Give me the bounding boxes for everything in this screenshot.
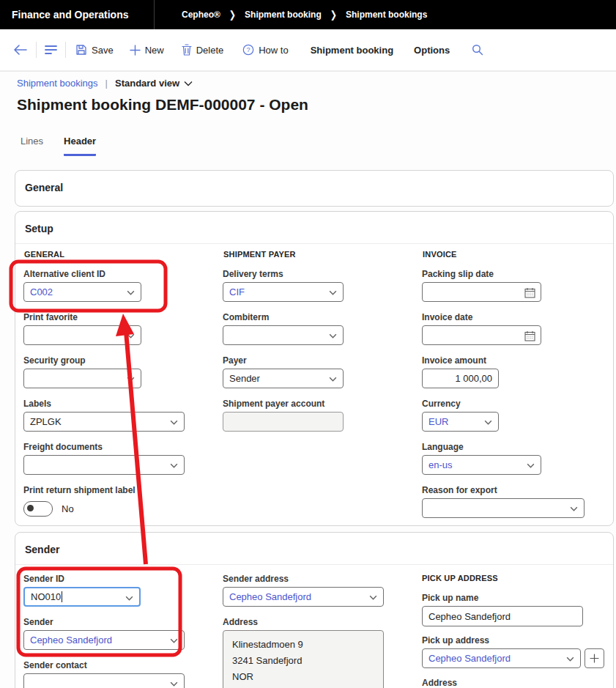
shipment-payer-account-field: Shipment payer account (223, 399, 344, 432)
add-pick-up-address-button[interactable] (585, 648, 604, 668)
combiterm-dropdown[interactable] (223, 325, 344, 345)
breadcrumb-shipment-bookings-link[interactable]: Shipment bookings (17, 78, 98, 89)
print-return-shipment-label-toggle[interactable] (23, 501, 53, 517)
menu-tab-shipment-booking[interactable]: Shipment booking (311, 45, 393, 56)
packing-slip-date-label: Packing slip date (422, 269, 541, 282)
packing-slip-date-input[interactable] (422, 282, 541, 302)
breadcrumb-page[interactable]: Shipment bookings (346, 10, 427, 20)
language-field[interactable]: Language en-us (422, 442, 541, 475)
chevron-down-icon (328, 288, 338, 297)
pick-up-name-field[interactable]: Pick up name Cepheo Sandefjord (422, 593, 583, 626)
plus-icon (130, 45, 141, 56)
group-heading-shipment-payer: SHIPMENT PAYER (223, 250, 296, 259)
delivery-terms-dropdown[interactable]: CIF (223, 282, 344, 302)
how-to-button[interactable]: ? How to (242, 44, 288, 56)
sender-contact-field[interactable]: Sender contact (23, 660, 185, 688)
pivot-tabs: Lines Header (21, 136, 96, 156)
breadcrumb-module[interactable]: Shipment booking (245, 10, 322, 20)
labels-dropdown[interactable]: ZPLGK (23, 412, 185, 432)
section-general-header[interactable]: General (15, 171, 613, 202)
new-button[interactable]: New (130, 45, 164, 56)
sender-address-dropdown[interactable]: Cepheo Sandefjord (223, 587, 384, 607)
print-favorite-dropdown[interactable] (23, 325, 141, 345)
chevron-down-icon (569, 504, 579, 514)
sender-address-field[interactable]: Sender address Cepheo Sandefjord (223, 574, 384, 607)
sender-address-label: Sender address (223, 574, 384, 587)
invoice-amount-field[interactable]: Invoice amount 1 000,00 (422, 355, 499, 388)
language-dropdown[interactable]: en-us (422, 455, 541, 475)
freight-documents-dropdown[interactable] (23, 455, 185, 475)
combiterm-field[interactable]: Combiterm (223, 312, 344, 345)
address-field: Address Klinestadmoen 9 3241 Sandefjord … (223, 617, 384, 688)
print-favorite-field[interactable]: Print favorite (23, 312, 141, 345)
pick-up-address-dropdown[interactable]: Cepheo Sandefjord (422, 648, 581, 668)
security-group-field[interactable]: Security group (23, 355, 141, 388)
pick-up-address-field[interactable]: Pick up address Cepheo Sandefjord (422, 635, 581, 668)
delivery-terms-label: Delivery terms (223, 269, 344, 282)
sender-id-dropdown[interactable]: NO010 (23, 587, 141, 607)
sender-id-field[interactable]: Sender ID NO010 (23, 574, 141, 607)
address-line: NOR (232, 669, 374, 685)
chevron-down-icon (368, 593, 378, 602)
currency-dropdown[interactable]: EUR (422, 412, 499, 432)
address-textarea: Klinestadmoen 9 3241 Sandefjord NOR (223, 630, 384, 688)
sender-field[interactable]: Sender Cepheo Sandefjord (23, 617, 185, 650)
menu-lines-icon (45, 45, 57, 55)
invoice-date-field[interactable]: Invoice date (422, 312, 541, 345)
labels-field[interactable]: Labels ZPLGK (23, 399, 185, 432)
breadcrumb-company[interactable]: Cepheo® (182, 10, 220, 20)
delete-label: Delete (196, 45, 224, 56)
language-label: Language (422, 442, 541, 455)
freight-documents-field[interactable]: Freight documents (23, 442, 185, 475)
tab-header[interactable]: Header (64, 136, 96, 156)
search-button[interactable] (472, 44, 483, 56)
tab-lines[interactable]: Lines (21, 136, 43, 156)
toolbar-divider (65, 42, 66, 58)
reason-for-export-dropdown[interactable] (422, 498, 585, 518)
payer-dropdown[interactable]: Sender (223, 369, 344, 388)
chevron-down-icon (169, 636, 179, 646)
chevron-down-icon (125, 593, 134, 603)
sender-contact-dropdown[interactable] (23, 673, 185, 688)
alternative-client-id-dropdown[interactable]: C002 (23, 282, 141, 302)
back-button[interactable] (13, 44, 28, 56)
sender-dropdown[interactable]: Cepheo Sandefjord (23, 630, 185, 650)
security-group-dropdown[interactable] (23, 369, 141, 388)
chevron-right-icon: ❯ (229, 9, 236, 21)
chevron-down-icon (169, 461, 179, 470)
alternative-client-id-field[interactable]: Alternative client ID C002 (23, 269, 141, 302)
calendar-icon (524, 287, 535, 298)
help-icon: ? (242, 44, 254, 56)
payer-field[interactable]: Payer Sender (223, 355, 344, 388)
svg-text:?: ? (247, 46, 251, 53)
invoice-date-input[interactable] (422, 325, 541, 345)
security-group-label: Security group (23, 355, 141, 369)
reason-for-export-field[interactable]: Reason for export (422, 485, 585, 518)
print-return-shipment-label-label: Print return shipment label (23, 485, 185, 498)
save-button[interactable]: Save (75, 44, 114, 56)
how-to-label: How to (259, 45, 288, 56)
pick-up-address-label: Pick up address (422, 635, 581, 648)
currency-field[interactable]: Currency EUR (422, 399, 499, 432)
chevron-right-icon: ❯ (330, 9, 337, 21)
app-bar-toggle-button[interactable] (45, 45, 57, 55)
sender-id-label: Sender ID (23, 574, 141, 587)
pick-up-name-input[interactable]: Cepheo Sandefjord (422, 606, 583, 626)
delivery-terms-field[interactable]: Delivery terms CIF (223, 269, 344, 302)
invoice-date-label: Invoice date (422, 312, 541, 325)
trash-icon (182, 44, 192, 56)
delete-button[interactable]: Delete (182, 44, 224, 56)
section-sender-header[interactable]: Sender (15, 533, 613, 565)
section-setup-header[interactable]: Setup (15, 212, 613, 244)
toolbar-divider (36, 42, 37, 58)
print-favorite-label: Print favorite (23, 312, 141, 325)
save-label: Save (92, 45, 114, 56)
invoice-amount-label: Invoice amount (422, 355, 499, 369)
view-selector[interactable]: Standard view (115, 78, 193, 89)
menu-tab-options[interactable]: Options (414, 45, 450, 56)
plus-icon (590, 654, 599, 663)
address-label: Address (223, 617, 384, 630)
packing-slip-date-field[interactable]: Packing slip date (422, 269, 541, 302)
new-label: New (145, 45, 164, 56)
invoice-amount-input[interactable]: 1 000,00 (422, 369, 499, 388)
